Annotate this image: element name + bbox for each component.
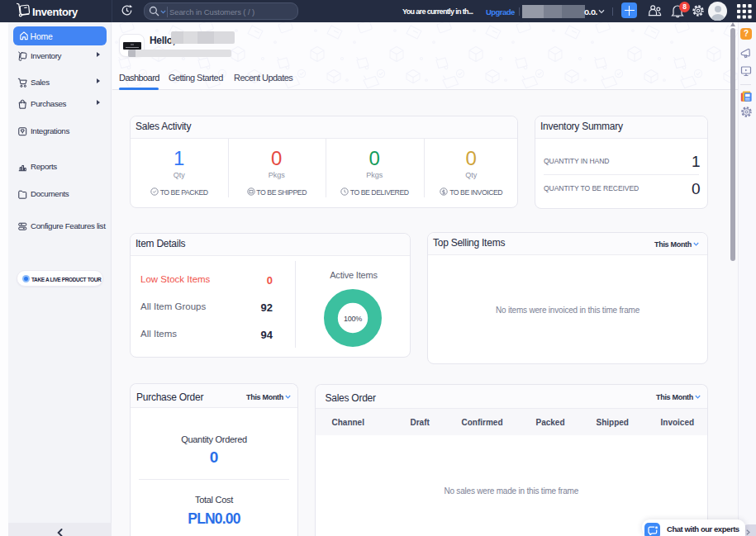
svg-text:100%: 100% [344, 315, 362, 323]
